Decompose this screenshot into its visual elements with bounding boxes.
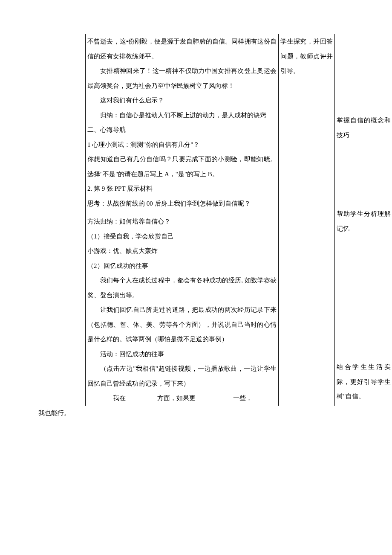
teacher-note-cell: 掌握自信的概念和技巧 帮助学生分析理解记忆 结合学生生活实际，更好引导学生树"自… — [335, 34, 392, 406]
para: 活动：回忆成功的往事 — [87, 347, 277, 362]
para: 我们每个人在成长过程中，都会有各种成功的经历, 如数学赛获奖、登台演出等。 — [87, 273, 277, 302]
para: 女排精神回来了！这一精神不仅助力中国女排再次登上奥运会最高领奖台，更为社会乃至中… — [87, 64, 277, 93]
para: 让我们回忆自己所走过的道路，把最成功的两次经历记录下来（包括德、智、体、美、劳等… — [87, 302, 277, 347]
para: 2. 第 9 张 PPT 展示材料 — [87, 181, 277, 196]
student-activity-cell: 学生探究，并回答问题，教师点评并引导。 — [279, 34, 335, 406]
para: 归纳：自信心是推动人们不断上进的动力，是人成材的诀窍 — [87, 108, 277, 123]
para: 结合学生生活实际，更好引导学生树"自信。 — [337, 360, 390, 404]
blank-field[interactable] — [127, 393, 156, 400]
fill-mid: 方面，如果更 — [157, 395, 196, 401]
para: （点击左边"我相信"超链接视频，一边播放歌曲，一边让学生回忆自己曾经成功的记录，… — [87, 361, 277, 391]
blank-field[interactable] — [198, 393, 232, 400]
method-item: 小游戏：优、缺点大轰炸 — [87, 244, 277, 259]
para: 学生探究，并回答问题，教师点评并引导。 — [280, 34, 333, 78]
para: 思考：从战役前线的 00 后身上我们学到怎样做到自信呢？ — [87, 196, 277, 211]
method-title: 方法归纳：如何培养自信心？ — [87, 214, 277, 229]
para: 你想知道自己有几分自信吗？只要完成下面的小测验，即能知晓。选择"不是"的请在题后… — [87, 152, 277, 181]
para: 这对我们有什么启示？ — [87, 93, 277, 108]
para: 不曾逝去，这•份刚毅，便是源于发自肺腑的自信。同样拥有这份自信的还有女排教练郎平… — [87, 34, 277, 64]
method-item: （1）接受自我，学会欣赏自己 — [87, 229, 277, 244]
para: 帮助学生分析理解记忆 — [337, 206, 390, 236]
content-body-cell: 不曾逝去，这•份刚毅，便是源于发自肺腑的自信。同样拥有这份自信的还有女排教练郎平… — [86, 34, 279, 406]
method-item: （2）回忆成功的往事 — [87, 259, 277, 273]
para: 掌握自信的概念和技巧 — [337, 113, 390, 142]
fill-in-line: 我在方面，如果更 一些， — [87, 391, 277, 406]
footer-text: 我也能行。 — [38, 406, 354, 421]
fill-prefix: 我在 — [113, 395, 126, 401]
para: 1 心理小测试：测测"你的自信有几分"？ — [87, 137, 277, 152]
section-heading: 二、心海导航 — [87, 122, 277, 137]
fill-suffix: 一些， — [233, 395, 252, 401]
